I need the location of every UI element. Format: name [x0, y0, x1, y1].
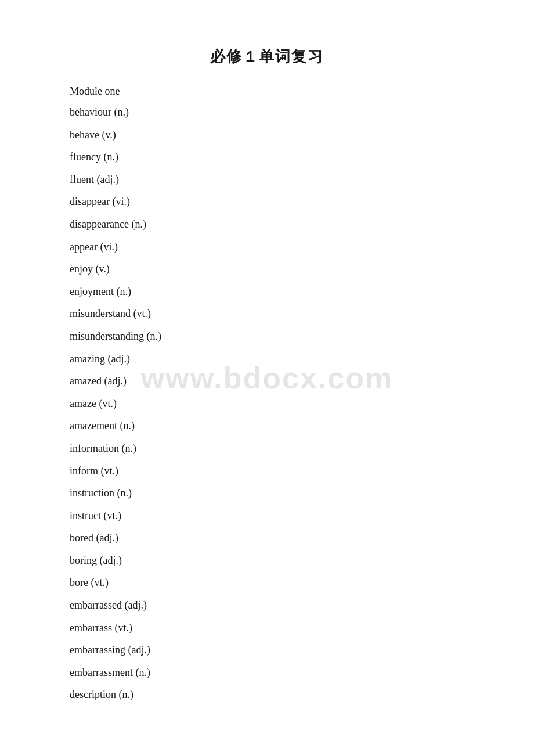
list-item: bore (vt.) — [70, 571, 464, 594]
list-item: description (n.) — [70, 683, 464, 706]
list-item: amazed (adj.) — [70, 370, 464, 393]
list-item: embarrass (vt.) — [70, 617, 464, 639]
page-title: 必修１单词复习 — [70, 46, 464, 67]
page-container: www.bdocx.com 必修１单词复习 Module one behavio… — [0, 0, 534, 756]
list-item: behaviour (n.) — [70, 101, 464, 124]
list-item: embarrassment (n.) — [70, 661, 464, 684]
list-item: amazement (n.) — [70, 415, 464, 437]
list-item: disappear (vi.) — [70, 190, 464, 213]
word-list: behaviour (n.)behave (v.)fluency (n.)flu… — [70, 101, 464, 706]
list-item: enjoy (v.) — [70, 258, 464, 280]
list-item: fluent (adj.) — [70, 168, 464, 191]
list-item: amazing (adj.) — [70, 348, 464, 370]
list-item: behave (v.) — [70, 124, 464, 146]
module-header: Module one — [70, 85, 464, 98]
list-item: misunderstanding (n.) — [70, 325, 464, 348]
list-item: misunderstand (vt.) — [70, 303, 464, 325]
list-item: appear (vi.) — [70, 236, 464, 258]
list-item: embarrassed (adj.) — [70, 594, 464, 617]
list-item: instruction (n.) — [70, 482, 464, 505]
list-item: fluency (n.) — [70, 146, 464, 168]
list-item: disappearance (n.) — [70, 213, 464, 236]
list-item: information (n.) — [70, 437, 464, 460]
list-item: embarrassing (adj.) — [70, 639, 464, 661]
list-item: instruct (vt.) — [70, 505, 464, 527]
list-item: amaze (vt.) — [70, 393, 464, 415]
list-item: boring (adj.) — [70, 549, 464, 572]
list-item: inform (vt.) — [70, 460, 464, 483]
list-item: enjoyment (n.) — [70, 280, 464, 303]
list-item: bored (adj.) — [70, 527, 464, 549]
